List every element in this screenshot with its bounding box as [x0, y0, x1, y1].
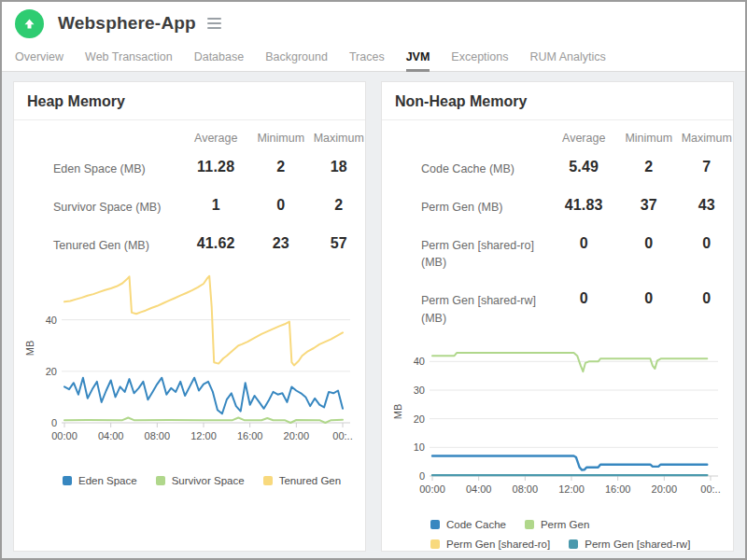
tab-rum-analytics[interactable]: RUM Analytics: [530, 45, 606, 71]
heap-memory-line-chart: 0204000:0004:0008:0012:0016:0020:0000:..…: [21, 266, 365, 462]
svg-text:16:00: 16:00: [605, 483, 631, 495]
non-heap-memory-panel: Non-Heap Memory Average Minimum Maximum …: [381, 81, 734, 552]
tab-background[interactable]: Background: [265, 45, 328, 71]
tab-database[interactable]: Database: [194, 45, 245, 71]
tab-traces[interactable]: Traces: [349, 45, 385, 71]
svg-text:00:00: 00:00: [51, 430, 78, 441]
svg-text:20: 20: [46, 366, 57, 377]
eden-space-swatch-icon: [63, 476, 72, 485]
legend-item-tenured-gen[interactable]: Tenured Gen: [263, 475, 342, 486]
svg-text:0: 0: [419, 470, 425, 482]
non-heap-memory-line-chart: 01020304000:0004:0008:0012:0016:0020:000…: [389, 340, 733, 508]
heap-memory-panel: Heap Memory Average Minimum Maximum Eden…: [13, 81, 366, 552]
perm-gen-shared-ro-swatch-icon: [430, 539, 440, 549]
legend-item-survivor-space[interactable]: Survivor Space: [156, 475, 245, 486]
svg-text:04:00: 04:00: [98, 430, 124, 441]
svg-text:04:00: 04:00: [466, 483, 492, 495]
table-row: Eden Space (MB) 11.28 2 18: [14, 150, 365, 189]
panel-title: Non-Heap Memory: [382, 82, 733, 120]
table-row: Survivor Space (MB) 1 0 2: [14, 189, 365, 227]
tab-overview[interactable]: Overview: [15, 45, 63, 71]
svg-text:30: 30: [414, 385, 425, 396]
svg-text:40: 40: [414, 356, 425, 367]
table-header-row: Average Minimum Maximum: [14, 126, 365, 150]
svg-text:0: 0: [51, 417, 57, 428]
legend-item-code-cache[interactable]: Code Cache: [430, 519, 506, 530]
table-row: Tenured Gen (MB) 41.62 23 57: [14, 227, 365, 265]
legend-item-perm-gen[interactable]: Perm Gen: [525, 519, 589, 530]
col-header-average: Average: [179, 132, 253, 145]
heap-stats-table: Average Minimum Maximum Eden Space (MB) …: [14, 126, 365, 264]
svg-text:00:..: 00:..: [332, 430, 352, 441]
dashboard-content: Heap Memory Average Minimum Maximum Eden…: [2, 72, 745, 552]
panel-title: Heap Memory: [14, 82, 365, 120]
non-heap-chart-legend: Code Cache Perm Gen Perm Gen [shared-ro]…: [382, 519, 733, 553]
svg-text:MB: MB: [392, 403, 403, 419]
svg-text:12:00: 12:00: [190, 430, 217, 441]
svg-text:20:00: 20:00: [284, 430, 310, 441]
app-header: Websphere-App: [2, 2, 745, 45]
page-title: Websphere-App: [58, 13, 196, 34]
col-header-minimum: Minimum: [621, 132, 677, 145]
col-header-maximum: Maximum: [677, 132, 734, 145]
app-status-up-icon: [15, 9, 44, 38]
legend-item-eden-space[interactable]: Eden Space: [63, 475, 137, 486]
table-header-row: Average Minimum Maximum: [382, 126, 733, 150]
svg-text:08:00: 08:00: [513, 483, 539, 495]
svg-text:12:00: 12:00: [558, 483, 585, 495]
perm-gen-shared-rw-swatch-icon: [569, 539, 578, 549]
tab-bar: Overview Web Transaction Database Backgr…: [2, 45, 745, 72]
svg-text:40: 40: [46, 315, 57, 326]
svg-text:10: 10: [414, 441, 425, 453]
legend-item-perm-gen-shared-rw[interactable]: Perm Gen [shared-rw]: [569, 539, 690, 550]
col-header-maximum: Maximum: [309, 132, 366, 145]
non-heap-stats-table: Average Minimum Maximum Code Cache (MB) …: [382, 126, 733, 338]
legend-item-perm-gen-shared-ro[interactable]: Perm Gen [shared-ro]: [430, 539, 550, 550]
table-row: Code Cache (MB) 5.49 2 7: [382, 150, 733, 189]
col-header-minimum: Minimum: [253, 132, 309, 145]
svg-text:20: 20: [414, 413, 425, 424]
up-arrow-icon: [22, 17, 36, 31]
svg-text:00:..: 00:..: [700, 483, 720, 495]
tenured-gen-swatch-icon: [263, 476, 273, 485]
svg-text:16:00: 16:00: [237, 430, 263, 441]
perm-gen-swatch-icon: [525, 520, 534, 529]
svg-text:08:00: 08:00: [145, 430, 171, 441]
heap-chart-legend: Eden Space Survivor Space Tenured Gen: [14, 475, 365, 495]
tab-web-transaction[interactable]: Web Transaction: [85, 45, 173, 71]
table-row: Perm Gen (MB) 41.83 37 43: [382, 189, 733, 227]
table-row: Perm Gen [shared-ro] (MB) 0 0 0: [382, 227, 733, 283]
survivor-space-swatch-icon: [156, 476, 165, 485]
svg-text:20:00: 20:00: [652, 483, 678, 495]
tab-exceptions[interactable]: Exceptions: [451, 45, 508, 71]
app-window: Websphere-App Overview Web Transaction D…: [0, 0, 747, 560]
code-cache-swatch-icon: [430, 520, 440, 529]
menu-icon[interactable]: [207, 15, 221, 32]
svg-text:MB: MB: [24, 341, 35, 357]
table-row: Perm Gen [shared-rw] (MB) 0 0 0: [382, 282, 733, 338]
tab-jvm[interactable]: JVM: [406, 45, 430, 72]
svg-text:00:00: 00:00: [419, 483, 445, 495]
col-header-average: Average: [547, 132, 621, 145]
